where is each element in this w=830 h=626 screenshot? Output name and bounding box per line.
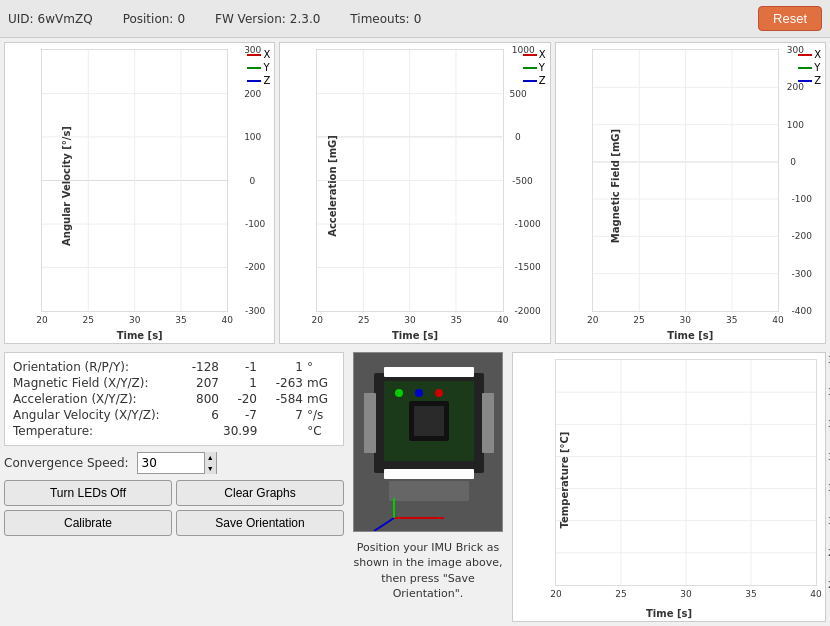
imu-image: [353, 352, 503, 532]
ytick: -200: [245, 262, 265, 272]
center-panel: Position your IMU Brick as shown in the …: [348, 352, 508, 622]
acceleration-legend: X Y Z: [523, 49, 546, 86]
svg-rect-26: [384, 367, 474, 377]
temperature-plot-area: 31.0 30.8 30.6 30.4 30.2 30.0 29.8 29.6 …: [555, 359, 817, 586]
angular-velocity-unit: °/s: [307, 408, 337, 422]
svg-rect-34: [364, 393, 376, 453]
legend-x: X: [247, 49, 270, 60]
timeouts-value: 0: [414, 12, 422, 26]
xtick: 20: [36, 315, 47, 325]
magnetic-y: 1: [223, 376, 257, 390]
orientation-row: Orientation (R/P/Y): -128 -1 1 °: [13, 359, 335, 375]
position-field: Position: 0: [123, 12, 185, 26]
magnetic-x: 207: [177, 376, 219, 390]
imu-instruction: Position your IMU Brick as shown in the …: [348, 536, 508, 606]
angular-velocity-inner: Angular Velocity [°/s] 300 200 100 0 -10…: [5, 43, 274, 328]
magnetic-field-legend: X Y Z: [798, 49, 821, 86]
magnetic-field-graph: Magnetic Field [mG] 300 200 100 0 -100 -…: [555, 42, 826, 344]
angular-velocity-graph: Angular Velocity [°/s] 300 200 100 0 -10…: [4, 42, 275, 344]
legend-z-label: Z: [263, 75, 270, 86]
xtick: 40: [222, 315, 233, 325]
clear-graphs-button[interactable]: Clear Graphs: [176, 480, 344, 506]
data-table: Orientation (R/P/Y): -128 -1 1 ° Magneti…: [4, 352, 344, 446]
legend-z: Z: [247, 75, 270, 86]
imu-svg: [354, 353, 503, 532]
acceleration-plot-area: 1000 500 0 -500 -1000 -1500 -2000 20 25 …: [316, 49, 503, 312]
convergence-spinners: ▲ ▼: [204, 452, 216, 474]
angular-velocity-row: Angular Velocity (X/Y/Z): 6 -7 7 °/s: [13, 407, 335, 423]
magnetic-z: -263: [261, 376, 303, 390]
acceleration-ylabel: Acceleration [mG]: [328, 135, 339, 237]
legend-x-label: X: [263, 49, 270, 60]
fw-field: FW Version: 2.3.0: [215, 12, 320, 26]
legend-y: Y: [247, 62, 270, 73]
svg-rect-27: [384, 469, 474, 479]
timeouts-label: Timeouts:: [350, 12, 409, 26]
magnetic-field-xlabel: Time [s]: [556, 328, 825, 343]
svg-rect-36: [389, 481, 469, 501]
temperature-value: 30.99: [223, 424, 257, 438]
btn-row-1: Turn LEDs Off Clear Graphs: [4, 480, 344, 506]
acceleration-label: Acceleration (X/Y/Z):: [13, 392, 173, 406]
uid-label: UID:: [8, 12, 34, 26]
acceleration-xlabel: Time [s]: [280, 328, 549, 343]
svg-line-39: [374, 518, 394, 531]
svg-point-31: [395, 389, 403, 397]
orientation-label: Orientation (R/P/Y):: [13, 360, 173, 374]
acceleration-unit: mG: [307, 392, 337, 406]
header: UID: 6wVmZQ Position: 0 FW Version: 2.3.…: [0, 0, 830, 38]
position-label: Position:: [123, 12, 174, 26]
ytick: 100: [244, 132, 261, 142]
angular-velocity-z: 7: [261, 408, 303, 422]
left-panel: Orientation (R/P/Y): -128 -1 1 ° Magneti…: [4, 352, 344, 622]
orientation-p: -1: [223, 360, 257, 374]
calibrate-button[interactable]: Calibrate: [4, 510, 172, 536]
fw-label: FW Version:: [215, 12, 286, 26]
temperature-row: Temperature: 30.99 °C: [13, 423, 335, 439]
convergence-row: Convergence Speed: 30 ▲ ▼: [4, 450, 344, 476]
acceleration-inner: Acceleration [mG] 1000 500 0 -500 -1000 …: [280, 43, 549, 328]
angular-velocity-ylabel: Angular Velocity [°/s]: [61, 126, 72, 246]
temperature-graph: Temperature [°C] 31.0 30.8 30.6 30.4 30.…: [512, 352, 826, 622]
acceleration-y: -20: [223, 392, 257, 406]
acceleration-graph: Acceleration [mG] 1000 500 0 -500 -1000 …: [279, 42, 550, 344]
position-value: 0: [177, 12, 185, 26]
uid-value: 6wVmZQ: [38, 12, 93, 26]
magnetic-field-inner: Magnetic Field [mG] 300 200 100 0 -100 -…: [556, 43, 825, 328]
svg-rect-30: [414, 406, 444, 436]
temperature-panel: Temperature [°C] 31.0 30.8 30.6 30.4 30.…: [512, 352, 826, 622]
angular-velocity-y: -7: [223, 408, 257, 422]
ytick: 0: [250, 176, 256, 186]
temperature-inner: Temperature [°C] 31.0 30.8 30.6 30.4 30.…: [513, 353, 825, 606]
orientation-unit: °: [307, 360, 337, 374]
acceleration-lines: [317, 50, 502, 311]
magnetic-unit: mG: [307, 376, 337, 390]
convergence-input[interactable]: 30 ▲ ▼: [137, 452, 217, 474]
acceleration-z: -584: [261, 392, 303, 406]
magnetic-field-ylabel: Magnetic Field [mG]: [609, 128, 620, 242]
fw-value: 2.3.0: [290, 12, 321, 26]
reset-button[interactable]: Reset: [758, 6, 822, 31]
xtick: 35: [175, 315, 186, 325]
convergence-up-button[interactable]: ▲: [204, 452, 216, 463]
turn-leds-off-button[interactable]: Turn LEDs Off: [4, 480, 172, 506]
legend-y-label: Y: [263, 62, 269, 73]
xtick: 25: [83, 315, 94, 325]
ytick: -100: [245, 219, 265, 229]
orientation-y: 1: [261, 360, 303, 374]
timeouts-field: Timeouts: 0: [350, 12, 421, 26]
orientation-r: -128: [177, 360, 219, 374]
ytick: -300: [245, 306, 265, 316]
ytick: 200: [244, 89, 261, 99]
save-orientation-button[interactable]: Save Orientation: [176, 510, 344, 536]
btn-row-2: Calibrate Save Orientation: [4, 510, 344, 536]
temperature-lines: [556, 360, 816, 585]
magnetic-label: Magnetic Field (X/Y/Z):: [13, 376, 173, 390]
bottom-row: Orientation (R/P/Y): -128 -1 1 ° Magneti…: [0, 348, 830, 626]
angular-velocity-xlabel: Time [s]: [5, 328, 274, 343]
convergence-down-button[interactable]: ▼: [204, 463, 216, 474]
temperature-ylabel: Temperature [°C]: [559, 431, 570, 528]
svg-point-33: [435, 389, 443, 397]
acceleration-row: Acceleration (X/Y/Z): 800 -20 -584 mG: [13, 391, 335, 407]
angular-velocity-x: 6: [177, 408, 219, 422]
